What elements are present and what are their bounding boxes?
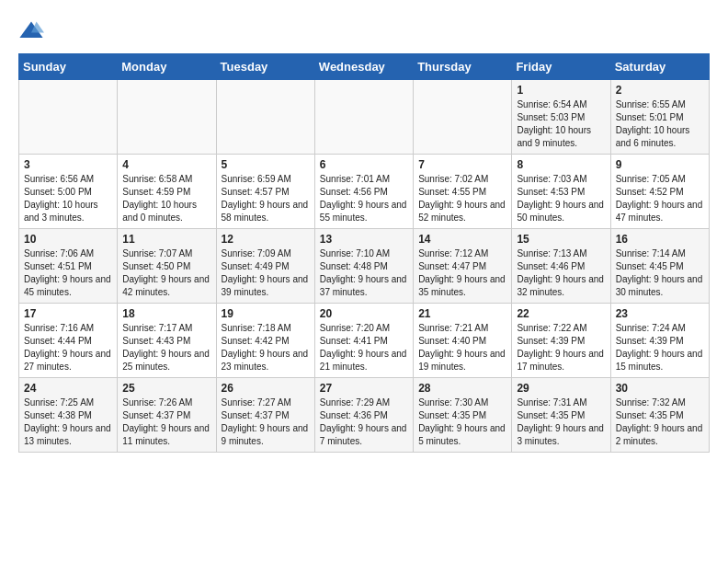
day-info: Sunrise: 7:06 AM Sunset: 4:51 PM Dayligh… bbox=[24, 247, 112, 299]
calendar-cell: 15Sunrise: 7:13 AM Sunset: 4:46 PM Dayli… bbox=[512, 229, 610, 304]
day-info: Sunrise: 7:03 AM Sunset: 4:53 PM Dayligh… bbox=[517, 173, 605, 224]
day-header-friday: Friday bbox=[512, 54, 610, 80]
day-header-sunday: Sunday bbox=[19, 54, 118, 80]
day-number: 13 bbox=[320, 233, 408, 246]
week-row-4: 17Sunrise: 7:16 AM Sunset: 4:44 PM Dayli… bbox=[19, 304, 710, 378]
calendar-table: SundayMondayTuesdayWednesdayThursdayFrid… bbox=[18, 53, 710, 453]
day-number: 2 bbox=[616, 84, 704, 97]
day-info: Sunrise: 6:54 AM Sunset: 5:03 PM Dayligh… bbox=[517, 98, 605, 150]
day-info: Sunrise: 7:22 AM Sunset: 4:39 PM Dayligh… bbox=[517, 322, 605, 373]
logo-icon bbox=[18, 18, 44, 44]
calendar-cell: 16Sunrise: 7:14 AM Sunset: 4:45 PM Dayli… bbox=[610, 229, 709, 304]
day-info: Sunrise: 6:59 AM Sunset: 4:57 PM Dayligh… bbox=[222, 173, 310, 224]
day-header-thursday: Thursday bbox=[414, 54, 512, 80]
day-number: 9 bbox=[616, 158, 704, 171]
day-number: 29 bbox=[517, 382, 605, 395]
day-number: 25 bbox=[122, 382, 210, 395]
day-info: Sunrise: 7:16 AM Sunset: 4:44 PM Dayligh… bbox=[24, 322, 112, 373]
day-number: 27 bbox=[320, 382, 408, 395]
day-number: 11 bbox=[122, 233, 210, 246]
day-number: 24 bbox=[24, 382, 112, 395]
calendar-cell: 9Sunrise: 7:05 AM Sunset: 4:52 PM Daylig… bbox=[610, 155, 709, 229]
week-row-2: 3Sunrise: 6:56 AM Sunset: 5:00 PM Daylig… bbox=[19, 155, 710, 229]
day-number: 28 bbox=[418, 382, 506, 395]
calendar-cell bbox=[19, 80, 118, 155]
day-number: 15 bbox=[517, 233, 605, 246]
header-row: SundayMondayTuesdayWednesdayThursdayFrid… bbox=[19, 54, 710, 80]
calendar-cell: 10Sunrise: 7:06 AM Sunset: 4:51 PM Dayli… bbox=[19, 229, 118, 304]
day-number: 19 bbox=[222, 307, 310, 320]
day-info: Sunrise: 7:26 AM Sunset: 4:37 PM Dayligh… bbox=[122, 396, 210, 448]
calendar-cell: 4Sunrise: 6:58 AM Sunset: 4:59 PM Daylig… bbox=[118, 155, 216, 229]
day-number: 4 bbox=[122, 158, 210, 171]
day-info: Sunrise: 7:32 AM Sunset: 4:35 PM Dayligh… bbox=[616, 396, 704, 448]
day-number: 10 bbox=[24, 233, 112, 246]
day-info: Sunrise: 7:12 AM Sunset: 4:47 PM Dayligh… bbox=[418, 247, 506, 299]
calendar-cell: 26Sunrise: 7:27 AM Sunset: 4:37 PM Dayli… bbox=[216, 378, 314, 453]
day-number: 5 bbox=[222, 158, 310, 171]
calendar-cell: 1Sunrise: 6:54 AM Sunset: 5:03 PM Daylig… bbox=[512, 80, 610, 155]
day-info: Sunrise: 7:13 AM Sunset: 4:46 PM Dayligh… bbox=[517, 247, 605, 299]
day-number: 16 bbox=[616, 233, 704, 246]
day-info: Sunrise: 7:10 AM Sunset: 4:48 PM Dayligh… bbox=[320, 247, 408, 299]
calendar-cell bbox=[414, 80, 512, 155]
day-number: 22 bbox=[517, 307, 605, 320]
day-number: 17 bbox=[24, 307, 112, 320]
day-info: Sunrise: 6:56 AM Sunset: 5:00 PM Dayligh… bbox=[24, 173, 112, 224]
day-info: Sunrise: 7:30 AM Sunset: 4:35 PM Dayligh… bbox=[418, 396, 506, 448]
week-row-1: 1Sunrise: 6:54 AM Sunset: 5:03 PM Daylig… bbox=[19, 80, 710, 155]
day-info: Sunrise: 7:17 AM Sunset: 4:43 PM Dayligh… bbox=[122, 322, 210, 373]
calendar-cell bbox=[216, 80, 314, 155]
day-info: Sunrise: 6:58 AM Sunset: 4:59 PM Dayligh… bbox=[122, 173, 210, 224]
day-header-saturday: Saturday bbox=[610, 54, 709, 80]
day-info: Sunrise: 7:02 AM Sunset: 4:55 PM Dayligh… bbox=[418, 173, 506, 224]
day-header-tuesday: Tuesday bbox=[216, 54, 314, 80]
day-number: 8 bbox=[517, 158, 605, 171]
calendar-cell: 17Sunrise: 7:16 AM Sunset: 4:44 PM Dayli… bbox=[19, 304, 118, 378]
calendar-cell: 24Sunrise: 7:25 AM Sunset: 4:38 PM Dayli… bbox=[19, 378, 118, 453]
calendar-cell: 29Sunrise: 7:31 AM Sunset: 4:35 PM Dayli… bbox=[512, 378, 610, 453]
calendar-cell: 7Sunrise: 7:02 AM Sunset: 4:55 PM Daylig… bbox=[414, 155, 512, 229]
logo bbox=[18, 18, 48, 44]
day-info: Sunrise: 7:29 AM Sunset: 4:36 PM Dayligh… bbox=[320, 396, 408, 448]
day-number: 6 bbox=[320, 158, 408, 171]
calendar-cell: 13Sunrise: 7:10 AM Sunset: 4:48 PM Dayli… bbox=[314, 229, 413, 304]
day-number: 21 bbox=[418, 307, 506, 320]
calendar-cell: 3Sunrise: 6:56 AM Sunset: 5:00 PM Daylig… bbox=[19, 155, 118, 229]
day-info: Sunrise: 7:24 AM Sunset: 4:39 PM Dayligh… bbox=[616, 322, 704, 373]
day-number: 12 bbox=[222, 233, 310, 246]
page-header bbox=[18, 18, 710, 44]
day-header-wednesday: Wednesday bbox=[314, 54, 413, 80]
day-number: 23 bbox=[616, 307, 704, 320]
day-number: 20 bbox=[320, 307, 408, 320]
day-info: Sunrise: 7:21 AM Sunset: 4:40 PM Dayligh… bbox=[418, 322, 506, 373]
day-info: Sunrise: 7:20 AM Sunset: 4:41 PM Dayligh… bbox=[320, 322, 408, 373]
day-number: 14 bbox=[418, 233, 506, 246]
calendar-cell: 5Sunrise: 6:59 AM Sunset: 4:57 PM Daylig… bbox=[216, 155, 314, 229]
calendar-cell: 2Sunrise: 6:55 AM Sunset: 5:01 PM Daylig… bbox=[610, 80, 709, 155]
calendar-cell: 14Sunrise: 7:12 AM Sunset: 4:47 PM Dayli… bbox=[414, 229, 512, 304]
calendar-cell bbox=[118, 80, 216, 155]
day-info: Sunrise: 7:25 AM Sunset: 4:38 PM Dayligh… bbox=[24, 396, 112, 448]
day-info: Sunrise: 6:55 AM Sunset: 5:01 PM Dayligh… bbox=[616, 98, 704, 150]
day-info: Sunrise: 7:27 AM Sunset: 4:37 PM Dayligh… bbox=[222, 396, 310, 448]
day-number: 1 bbox=[517, 84, 605, 97]
calendar-cell: 22Sunrise: 7:22 AM Sunset: 4:39 PM Dayli… bbox=[512, 304, 610, 378]
calendar-cell: 8Sunrise: 7:03 AM Sunset: 4:53 PM Daylig… bbox=[512, 155, 610, 229]
calendar-cell: 18Sunrise: 7:17 AM Sunset: 4:43 PM Dayli… bbox=[118, 304, 216, 378]
day-number: 7 bbox=[418, 158, 506, 171]
day-info: Sunrise: 7:09 AM Sunset: 4:49 PM Dayligh… bbox=[222, 247, 310, 299]
calendar-cell: 30Sunrise: 7:32 AM Sunset: 4:35 PM Dayli… bbox=[610, 378, 709, 453]
day-info: Sunrise: 7:07 AM Sunset: 4:50 PM Dayligh… bbox=[122, 247, 210, 299]
calendar-cell bbox=[314, 80, 413, 155]
calendar-cell: 21Sunrise: 7:21 AM Sunset: 4:40 PM Dayli… bbox=[414, 304, 512, 378]
calendar-cell: 23Sunrise: 7:24 AM Sunset: 4:39 PM Dayli… bbox=[610, 304, 709, 378]
day-header-monday: Monday bbox=[118, 54, 216, 80]
day-number: 26 bbox=[222, 382, 310, 395]
day-info: Sunrise: 7:18 AM Sunset: 4:42 PM Dayligh… bbox=[222, 322, 310, 373]
day-info: Sunrise: 7:31 AM Sunset: 4:35 PM Dayligh… bbox=[517, 396, 605, 448]
day-info: Sunrise: 7:01 AM Sunset: 4:56 PM Dayligh… bbox=[320, 173, 408, 224]
calendar-cell: 27Sunrise: 7:29 AM Sunset: 4:36 PM Dayli… bbox=[314, 378, 413, 453]
day-number: 18 bbox=[122, 307, 210, 320]
calendar-cell: 25Sunrise: 7:26 AM Sunset: 4:37 PM Dayli… bbox=[118, 378, 216, 453]
